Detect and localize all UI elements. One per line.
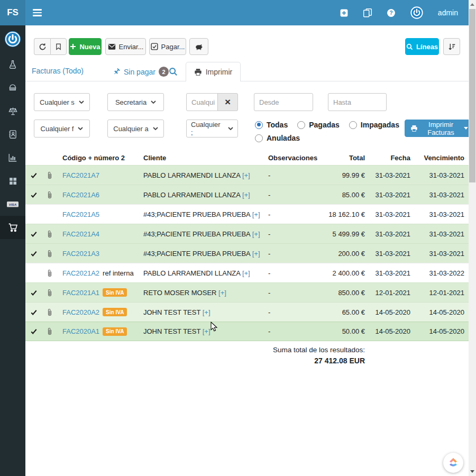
client-expand-link[interactable]: [+]: [203, 308, 210, 316]
invoice-code-link[interactable]: FAC2021A4: [62, 230, 99, 238]
date-cell: 31-03-2021: [365, 171, 410, 179]
radio-anuladas[interactable]: Anuladas: [255, 134, 300, 142]
due-date-cell: 31-03-2021: [410, 171, 464, 179]
filter-select-4[interactable]: Cualquier a: [107, 120, 164, 138]
sidebar-item-store[interactable]: [0, 76, 25, 99]
invoice-code-link[interactable]: FAC2021A5: [62, 210, 99, 218]
table-row[interactable]: FAC2021A3 #43;PACIENTE PRUEBA PRUEBA [+]…: [25, 243, 469, 263]
app-logo[interactable]: FS: [0, 0, 25, 25]
observations-cell: -: [264, 327, 317, 335]
filter-search-input[interactable]: Cualqui: [186, 93, 218, 111]
col-header-cliente[interactable]: Cliente: [140, 154, 264, 162]
tab-sin-pagar[interactable]: Sin pagar 2: [113, 67, 169, 77]
invoice-code-suffix: ref interna: [103, 269, 134, 277]
table-row[interactable]: FAC2020A1 Sin IVA JOHN TEST TEST [+] - 5…: [25, 322, 469, 341]
table-row[interactable]: FAC2021A1 Sin IVA RETO MOSER MOSER [+] -…: [25, 282, 469, 302]
table-row[interactable]: FAC2021A5 #43;PACIENTE PRUEBA PRUEBA [+]…: [25, 204, 469, 224]
invoice-code-link[interactable]: FAC2021A6: [62, 191, 99, 199]
client-name: PABLO LARRAMENDI LLANZA: [143, 269, 242, 277]
table-row[interactable]: FAC2020A2 Sin IVA JOHN TEST TEST [+] - 6…: [25, 302, 469, 322]
radio-pagadas[interactable]: Pagadas: [297, 121, 340, 129]
shopping-cart-icon: [8, 223, 18, 233]
invoice-code-link[interactable]: FAC2021A3: [62, 250, 99, 258]
col-header-observaciones[interactable]: Observaciones: [264, 154, 317, 162]
client-name: #43;PACIENTE PRUEBA PRUEBA: [143, 250, 252, 258]
radio-todas[interactable]: Todas: [255, 121, 288, 129]
copy-icon[interactable]: [363, 8, 372, 17]
sidebar-item-balance[interactable]: [0, 99, 25, 123]
tab-imprimir[interactable]: Imprimir: [186, 62, 241, 81]
invoice-code-link[interactable]: FAC2021A7: [62, 171, 99, 179]
send-button[interactable]: Enviar...: [105, 38, 146, 55]
table-row[interactable]: FAC2021A4 #43;PACIENTE PRUEBA PRUEBA [+]…: [25, 224, 469, 243]
filter-select-3[interactable]: Cualquier f: [34, 120, 90, 138]
print-invoices-button[interactable]: Imprimir Facturas: [405, 120, 474, 137]
client-expand-link[interactable]: [+]: [218, 289, 226, 297]
client-name: JOHN TEST TEST: [143, 308, 203, 316]
tab-search-icon[interactable]: [169, 67, 178, 76]
client-name: JOHN TEST TEST: [143, 327, 203, 335]
refresh-button[interactable]: [34, 38, 50, 55]
client-expand-link[interactable]: [+]: [242, 191, 250, 199]
due-date-cell: 31-03-2022: [410, 269, 464, 277]
client-expand-link[interactable]: [+]: [252, 250, 260, 258]
date-to-input[interactable]: Hasta: [328, 93, 387, 111]
piggy-bank-button[interactable]: [189, 38, 208, 55]
invoice-code-link[interactable]: FAC2020A2: [62, 308, 99, 316]
results-summary: Suma total de los resultados: 27 412.08 …: [184, 346, 365, 365]
invoice-code-link[interactable]: FAC2021A1: [62, 289, 99, 297]
sidebar-item-lab[interactable]: [0, 53, 25, 76]
new-invoice-button[interactable]: Nueva: [69, 38, 102, 55]
filter-select-5[interactable]: Cualquier ;: [186, 120, 238, 138]
hamburger-menu-icon[interactable]: [33, 7, 42, 18]
col-header-codigo[interactable]: Código + número 2: [57, 154, 140, 162]
radio-impagadas[interactable]: Impagadas: [349, 121, 399, 129]
check-icon: [30, 191, 38, 198]
clear-filter-button[interactable]: ×: [217, 93, 238, 111]
bookmark-button[interactable]: [50, 38, 67, 55]
client-name: PABLO LARRAMENDI LLANZA: [143, 191, 242, 199]
power-logo-icon[interactable]: [410, 6, 424, 20]
table-row[interactable]: FAC2021A6 PABLO LARRAMENDI LLANZA [+] - …: [25, 185, 469, 204]
table-row[interactable]: FAC2021A2 ref interna PABLO LARRAMENDI L…: [25, 263, 469, 282]
svg-text:VISA: VISA: [9, 203, 17, 206]
tab-facturas-todo[interactable]: Facturas (Todo): [32, 67, 84, 75]
pay-button[interactable]: Pagar...: [149, 38, 186, 55]
sort-button[interactable]: [443, 38, 460, 55]
sidebar-item-apps[interactable]: [0, 169, 25, 193]
sidebar-item-reports[interactable]: [0, 146, 25, 169]
current-user[interactable]: admin: [438, 8, 458, 17]
scrollbar-thumb[interactable]: [469, 9, 475, 182]
sidebar-item-sales[interactable]: [0, 216, 25, 239]
col-header-total[interactable]: Total: [317, 154, 365, 162]
invoice-code-link[interactable]: FAC2021A2: [62, 269, 99, 277]
sidebar-brand-logo-icon[interactable]: [0, 25, 25, 53]
scroll-down-arrow-icon[interactable]: [470, 470, 474, 473]
client-expand-link[interactable]: [+]: [203, 327, 210, 335]
question-circle-icon[interactable]: ?: [387, 8, 396, 17]
client-expand-link[interactable]: [+]: [252, 230, 260, 238]
lines-button[interactable]: Líneas: [405, 38, 439, 55]
sidebar-item-payments[interactable]: VISA: [0, 193, 25, 216]
sidebar-item-contacts[interactable]: [0, 123, 25, 146]
invoice-code-link[interactable]: FAC2020A1: [62, 327, 99, 335]
client-expand-link[interactable]: [+]: [252, 210, 260, 218]
clickup-widget-button[interactable]: [443, 453, 463, 473]
filter-select-1[interactable]: Cualquier s: [34, 93, 90, 111]
table-row[interactable]: FAC2021A7 PABLO LARRAMENDI LLANZA [+] - …: [25, 165, 469, 185]
client-expand-link[interactable]: [+]: [242, 269, 250, 277]
vertical-scrollbar[interactable]: [469, 0, 476, 476]
col-header-fecha[interactable]: Fecha: [365, 154, 410, 162]
col-header-vencimiento[interactable]: Vencimiento: [410, 154, 464, 162]
plus-square-icon[interactable]: [340, 8, 349, 17]
observations-cell: -: [264, 171, 317, 179]
client-name: RETO MOSER MOSER: [143, 289, 218, 297]
scroll-up-arrow-icon[interactable]: [470, 3, 474, 6]
observations-cell: -: [264, 191, 317, 199]
table-header-row: Código + número 2 Cliente Observaciones …: [25, 151, 469, 165]
scales-icon: [8, 106, 18, 116]
filter-select-2[interactable]: Secretaria: [107, 93, 164, 111]
date-from-input[interactable]: Desde: [254, 93, 313, 111]
invoices-table: Código + número 2 Cliente Observaciones …: [25, 151, 469, 341]
client-expand-link[interactable]: [+]: [242, 171, 250, 179]
